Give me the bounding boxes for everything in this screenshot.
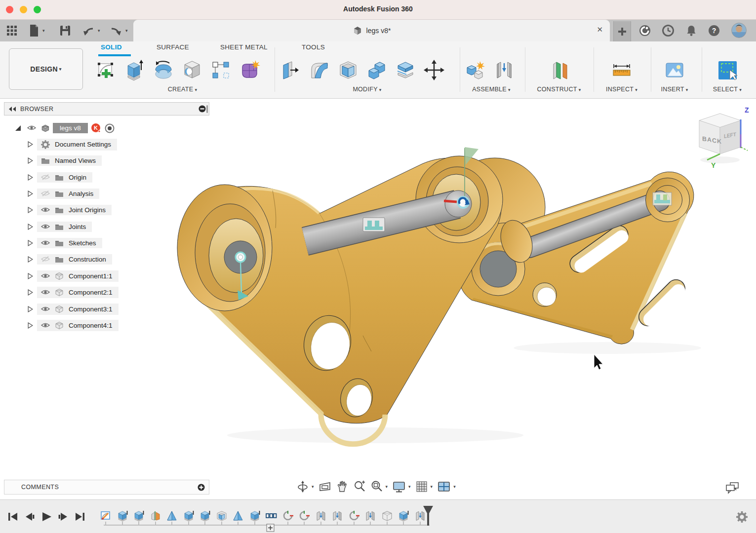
comments-bar[interactable]: COMMENTS: [4, 480, 209, 495]
visibility-off-eye-icon[interactable]: [41, 174, 50, 181]
group-label-construct[interactable]: CONSTRUCT▾: [534, 86, 584, 93]
user-avatar[interactable]: [731, 23, 747, 38]
move-button[interactable]: [423, 58, 445, 82]
new-tab-button[interactable]: [613, 21, 631, 41]
viewports-button[interactable]: ▾: [437, 480, 456, 493]
slider-joint-icon-left[interactable]: [363, 218, 385, 231]
create-form-button[interactable]: [238, 58, 261, 82]
redo-button[interactable]: ▾: [110, 24, 128, 38]
visibility-eye-icon[interactable]: [41, 239, 50, 247]
help-icon[interactable]: ?: [708, 24, 720, 37]
visibility-eye-icon[interactable]: [25, 124, 38, 132]
browser-row-origin[interactable]: Origin: [28, 171, 92, 184]
timeline-feature-extrude[interactable]: [249, 510, 261, 522]
browser-row-analysis[interactable]: Analysis: [28, 187, 99, 200]
panel-scroll-handle[interactable]: [206, 105, 208, 113]
press-pull-button[interactable]: [279, 58, 302, 82]
save-button[interactable]: [59, 24, 71, 38]
viewport-canvas[interactable]: BROWSER legs v8 K: [0, 99, 756, 499]
joint-button[interactable]: [493, 58, 516, 82]
expand-triangle-icon[interactable]: [28, 289, 33, 296]
timeline-feature-joint[interactable]: [331, 510, 343, 522]
timeline-feature-mirror[interactable]: [150, 510, 161, 522]
group-label-assemble[interactable]: ASSEMBLE▾: [464, 86, 518, 93]
browser-row-joint-origins[interactable]: Joint Origins: [28, 203, 112, 217]
close-tab-button[interactable]: ✕: [597, 25, 603, 34]
browser-row-named-views[interactable]: Named Views: [28, 154, 102, 167]
look-at-button[interactable]: [318, 480, 331, 493]
timeline-feature-extrude[interactable]: [117, 510, 128, 522]
select-button[interactable]: [716, 58, 739, 82]
collapse-panel-icon[interactable]: [8, 106, 16, 112]
split-body-button[interactable]: [394, 58, 417, 82]
root-document-label[interactable]: legs v8: [53, 123, 88, 133]
revolve-button[interactable]: [152, 58, 175, 82]
undo-button[interactable]: ▾: [82, 24, 100, 38]
browser-row-component3[interactable]: Component3:1: [28, 303, 119, 316]
visibility-eye-icon[interactable]: [41, 289, 50, 296]
browser-root-row[interactable]: legs v8 K: [15, 121, 115, 135]
group-label-modify[interactable]: MODIFY▾: [279, 86, 455, 93]
tab-surface[interactable]: SURFACE: [157, 43, 189, 51]
combine-button[interactable]: [365, 58, 388, 82]
visibility-off-eye-icon[interactable]: [41, 190, 50, 197]
expand-triangle-icon[interactable]: [28, 190, 33, 197]
timeline-feature-circular-joint[interactable]: [348, 510, 360, 522]
step-forward-button[interactable]: [57, 511, 69, 523]
slider-joint-icon-right[interactable]: [653, 192, 672, 205]
timeline-feature-sketch[interactable]: [100, 510, 112, 522]
group-label-select[interactable]: SELECT▾: [706, 86, 749, 93]
visibility-off-eye-icon[interactable]: [41, 256, 50, 263]
visibility-eye-icon[interactable]: [41, 206, 50, 214]
visibility-eye-icon[interactable]: [41, 272, 50, 280]
construct-plane-button[interactable]: [548, 58, 570, 82]
tab-solid[interactable]: SOLID: [101, 43, 122, 51]
timeline-feature-extrude[interactable]: [398, 510, 409, 522]
panel-options-icon[interactable]: [199, 105, 206, 113]
workspace-selector[interactable]: DESIGN ▾: [9, 48, 83, 90]
group-label-create[interactable]: CREATE▾: [95, 86, 270, 93]
expand-triangle-icon[interactable]: [28, 224, 33, 230]
left-boss[interactable]: [177, 185, 272, 311]
expand-triangle-icon[interactable]: [28, 141, 33, 148]
timeline-feature-extrude[interactable]: [199, 510, 211, 522]
browser-row-joints[interactable]: Joints: [28, 220, 92, 233]
visibility-eye-icon[interactable]: [41, 305, 50, 313]
play-button[interactable]: [40, 511, 52, 523]
job-status-icon[interactable]: [638, 24, 651, 37]
job-history-clock-icon[interactable]: [662, 24, 675, 37]
document-tab[interactable]: legs v8* ✕: [133, 20, 610, 41]
notifications-bell-icon[interactable]: [685, 24, 698, 37]
viewcube[interactable]: Z Y BACK LEFT: [690, 105, 752, 171]
display-settings-button[interactable]: ▾: [392, 480, 411, 493]
expand-triangle-icon[interactable]: [28, 306, 33, 312]
timeline-feature-joint[interactable]: [364, 510, 376, 522]
create-sketch-button[interactable]: [95, 58, 118, 82]
step-back-button[interactable]: [24, 511, 36, 523]
fit-button[interactable]: ▾: [370, 480, 388, 493]
expand-triangle-icon[interactable]: [28, 174, 33, 181]
timeline-feature-draft[interactable]: [232, 510, 244, 522]
fillet-button[interactable]: [308, 58, 331, 82]
add-comment-icon[interactable]: [198, 484, 205, 491]
timeline-feature-pattern[interactable]: [265, 510, 277, 522]
expand-triangle-icon[interactable]: [28, 240, 33, 246]
timeline-feature-joint[interactable]: [315, 510, 327, 522]
group-label-inspect[interactable]: INSPECT▾: [600, 86, 643, 93]
timeline-feature-box[interactable]: [381, 510, 393, 522]
file-menu-button[interactable]: ▾: [29, 24, 45, 38]
activate-component-radio[interactable]: [105, 123, 115, 133]
app-grid-button[interactable]: [6, 24, 18, 38]
expand-triangle-icon[interactable]: [28, 157, 33, 164]
grid-snaps-button[interactable]: ▾: [415, 480, 433, 493]
extrude-button[interactable]: [123, 58, 146, 82]
browser-row-component4[interactable]: Component4:1: [28, 319, 119, 332]
expand-triangle-icon[interactable]: [28, 207, 33, 213]
visibility-eye-icon[interactable]: [41, 322, 50, 329]
group-label-insert[interactable]: INSERT▾: [655, 86, 694, 93]
tab-sheet-metal[interactable]: SHEET METAL: [220, 43, 268, 51]
expand-triangle-icon[interactable]: [28, 256, 33, 263]
timeline-settings-gear-icon[interactable]: [736, 511, 748, 523]
expand-triangle-icon[interactable]: [15, 125, 21, 131]
model-canvas[interactable]: [0, 99, 756, 499]
